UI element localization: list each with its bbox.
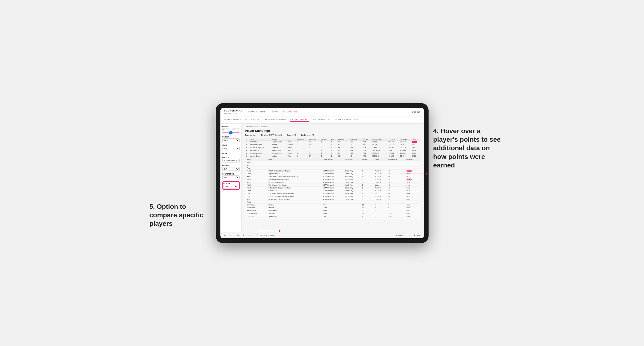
ev-w-points[interactable]: 16.50 [406,186,420,189]
nav-tournaments[interactable]: TOURNAMENTS [248,110,266,114]
ev-player: Jacob [246,169,268,172]
ev-w-points[interactable]: 46.7 [406,175,420,178]
table-row[interactable]: 1 Wenyi Ding Arizona State First 1 15 1 … [245,140,420,143]
ev-w-points[interactable]: 66.40 [406,198,420,200]
cell-adj-score: 68 [337,152,350,155]
ev-rounds: 3 [361,172,374,175]
cell-points[interactable]: 60.49 [411,152,420,155]
table-row[interactable]: 5 Christo Lamprecht Georgia Tech Fourth … [245,152,420,155]
share-button[interactable]: ⬆ Share [414,234,421,236]
year-select[interactable]: (All) [222,147,240,150]
w-points-badge[interactable]: 73.03 [406,178,412,180]
ev-rounds [361,164,374,167]
sign-out-link[interactable]: Sign out [412,111,420,113]
ev-w-points[interactable]: 30.47 [406,189,420,192]
ev-rank-impact: +0 [388,183,405,186]
ev-w-points[interactable]: 60.58 [406,203,420,206]
ev-rank-impact: 0 [388,203,405,206]
ev-division: Third [322,203,344,206]
table-row[interactable]: 4 Luke Clanton Florida State Second 5 27… [245,149,420,152]
cell-points[interactable]: 76.3 [411,143,420,146]
copy-button[interactable]: ⧉ [242,234,245,237]
filter-row: Gender: Men Division: NCAA Division I Re… [245,134,420,136]
player-select[interactable]: (All) [224,185,238,188]
subnav-player-h2h-heatmap[interactable]: PLAYER H2H HEATMAP [335,118,358,122]
expand-event-row: Petr Hruby Washington Fifth 7 23 1.56 58… [246,215,420,217]
undo-button[interactable]: ↩ [223,234,227,237]
subnav-player-h2h-grid[interactable]: PLAYER H2H GRID [313,118,331,122]
ev-w-points[interactable] [406,161,420,164]
cell-yr: Fourth [287,152,296,155]
ev-event: Tiger Invitational [268,172,322,175]
ev-w-points[interactable]: 58.49 [406,215,420,217]
ev-w-points[interactable]: 25.98 [406,192,420,195]
no-rds-to-input[interactable] [232,128,239,131]
expand-col-rounds: Rounds [361,159,374,161]
subnav-team-summary[interactable]: TEAM SUMMARY [224,118,241,122]
ev-w-points[interactable]: 73.03 [406,178,420,181]
expand-col-event: Event [268,159,322,161]
redo-button[interactable]: ↪ [229,234,232,237]
ev-type [344,212,361,215]
ev-w-points[interactable]: 59.95 [406,212,420,215]
ev-division: NCAA Division I [322,198,344,200]
ev-player: David [246,189,268,192]
conference-select[interactable]: (All) [222,175,240,179]
ev-w-points[interactable]: 24.11 [406,183,420,186]
table-row[interactable]: 3 Michael Thorbjornsen Stanford Fourth 1… [245,146,420,149]
subnav-team-h2h-heatmap[interactable]: TEAM H2H HEATMAP [265,118,286,122]
ev-w-points[interactable] [406,200,420,203]
points-badge[interactable]: 60.64 [412,141,417,143]
cell-points[interactable]: 70.2 [411,146,420,149]
cell-vs-top50: 17-23-0 [400,140,411,143]
cell-avg-sg: 1.98 [362,149,371,152]
gender-select[interactable]: Men [222,138,240,142]
ev-type: Stroke Play [344,189,361,192]
nav-committee[interactable]: COMMITTEE [283,110,297,114]
cell-points[interactable]: 58.18 [411,155,420,157]
ev-w-points[interactable]: 56.38 [406,195,420,198]
table-row[interactable]: 6 Jackson Koivun Auburn First 2 27 1 1 6… [245,155,420,157]
ev-w-points[interactable] [406,164,420,167]
ev-event: The Cypress Point Classic [268,183,322,186]
more-button[interactable]: ⋯ [247,234,251,237]
ev-w-points[interactable]: 60.27 [406,206,420,209]
ev-rank-impact: 1.65 [388,212,405,215]
cell-reg-rank: 5 [296,149,308,152]
no-rds-slider[interactable] [222,133,240,133]
division-select[interactable]: NCAA Division I [222,159,240,163]
w-points-badge[interactable]: 20.64 [406,170,412,172]
clock-button[interactable]: 🕐 [255,234,259,237]
view-icon: 👁 [261,234,263,236]
table-row[interactable]: 2 Michael La Sasso Ole Miss Second 1 18 … [245,143,420,146]
watch-button[interactable]: 👁 Watch ▾ [394,234,406,237]
subnav-player-summary[interactable]: PLAYER SUMMARY [290,117,309,122]
expand-header: Player Event Event Division Event Type R… [246,159,420,161]
ev-w-points[interactable] [406,167,420,169]
ev-division: NCAA Division I [322,181,344,183]
ev-w-points[interactable]: 60.02 [406,209,420,212]
region-select[interactable]: N/A [222,167,240,171]
filter-conference-label: Conference: [301,134,311,136]
ev-event: SEC Match Play hosted by Jerry Pate [268,192,322,195]
expand-event-row: Tiger SEC Stroke Play hosted by Jerry Pa… [246,195,420,198]
col-adj-score: Adj. Score [337,138,350,141]
ev-status [374,167,388,169]
cell-school: Ole Miss [272,143,287,146]
settings-button[interactable]: ⚙ [236,234,240,237]
download-button[interactable]: ⬇ [408,234,412,237]
cell-points[interactable]: 60.64 [411,140,420,143]
ev-rounds: 3 [361,195,374,198]
expand-event-row: Mattl Mirabel Maui Jim Intercollegiate N… [246,198,420,200]
cell-player: Michael La Sasso [248,143,271,146]
ev-w-points[interactable]: 20.64 [406,169,420,172]
ev-rank-impact: +0 [388,189,405,192]
no-rds-from-input[interactable] [222,128,230,131]
filter-conference: Conference: All [301,134,314,136]
ev-rank-impact: 2 [388,209,405,212]
cell-vs-top50: 50-16-0 [400,155,411,157]
ev-w-points[interactable]: 37.57 [406,181,420,183]
cell-points[interactable]: 60.94 [411,149,420,152]
nav-teams[interactable]: TEAMS [270,110,278,114]
subnav-team-h2h-grid[interactable]: TEAM H2H GRID [245,118,261,122]
